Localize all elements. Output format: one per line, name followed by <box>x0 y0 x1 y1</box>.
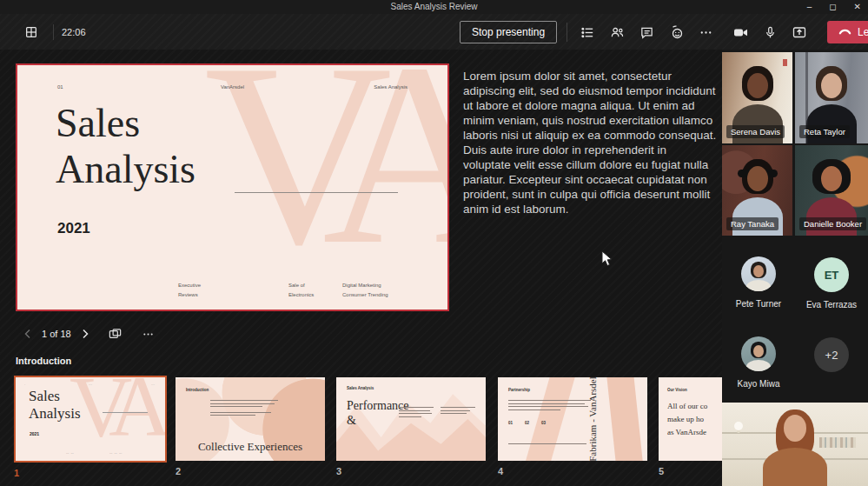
previous-slide-button[interactable] <box>19 323 36 344</box>
toolbar-divider <box>567 23 567 42</box>
mouse-cursor <box>601 250 613 270</box>
overflow-badge[interactable]: +2 <box>814 337 849 372</box>
hang-up-icon <box>838 26 851 38</box>
leave-button[interactable]: Leave <box>827 21 868 43</box>
participant-name-label: Kayo Miwa <box>722 379 795 389</box>
section-label: Introduction <box>16 356 71 366</box>
meeting-toolbar: 22:06 Stop presenting <box>0 14 868 50</box>
avatar[interactable] <box>741 256 776 291</box>
more-options-icon[interactable] <box>695 22 716 43</box>
maximize-button[interactable]: ◻ <box>829 0 836 14</box>
thumbnail-side-text: Fabrikam - VanArsdel <box>587 377 598 461</box>
slide-thumbnail-4[interactable]: Partnership 01 02 03 Fabrikam - VanArsde… <box>498 377 647 476</box>
slide-thumbnail-2[interactable]: Introduction Collective Experiences 2 <box>176 377 325 476</box>
meeting-timer: 22:06 <box>62 27 86 37</box>
slide-year: 2021 <box>57 220 90 237</box>
stop-presenting-button[interactable]: Stop presenting <box>460 21 557 43</box>
participant-silhouette <box>722 403 868 486</box>
slide-navigation: 1 of 18 <box>19 323 160 344</box>
participant-name-label: Eva Terrazas <box>795 300 868 310</box>
slide-thumbnail-5[interactable]: Our Vision All of our co make up ho as V… <box>659 377 723 476</box>
participant-name-label: Ray Tanaka <box>726 217 779 230</box>
participant-name-label: Pete Turner <box>722 299 795 309</box>
leave-button-label: Leave <box>858 26 868 38</box>
close-button[interactable]: ✕ <box>854 0 861 14</box>
slide-header-right: Sales Analysis <box>374 84 407 90</box>
participant-avatar-pete-turner[interactable]: Pete Turner <box>722 256 795 309</box>
avatar[interactable] <box>741 336 776 371</box>
thumbnail-preview[interactable]: Our Vision All of our co make up ho as V… <box>659 377 723 461</box>
next-slide-button[interactable] <box>76 323 94 344</box>
toolbar-divider <box>53 24 54 40</box>
slide-title: Sales Analysis <box>56 100 195 192</box>
thumbnail-preview[interactable]: Partnership 01 02 03 Fabrikam - VanArsde… <box>498 377 647 461</box>
thumbnail-number: 1 <box>14 468 167 478</box>
thumbnail-markers: 01 02 03 <box>508 421 546 425</box>
self-video-tile[interactable] <box>722 403 868 486</box>
video-tile-danielle-booker[interactable]: Danielle Booker <box>795 145 868 236</box>
thumbnail-number: 5 <box>659 466 723 476</box>
avatar-initials[interactable]: ET <box>814 257 849 292</box>
slide-watermark: VA <box>204 63 449 310</box>
window-title: Sales Analysis Review <box>0 2 868 11</box>
thumbnail-number: 2 <box>176 466 325 476</box>
camera-icon[interactable] <box>730 22 751 43</box>
participants-rail: Serena Davis Reta Taylor Ray Tanaka Dani… <box>722 50 868 486</box>
participant-name-label: Serena Davis <box>726 125 785 138</box>
thumbnail-body-text: All of our co make up ho as VanArsde <box>667 400 707 439</box>
participant-name-label: Danielle Booker <box>799 217 866 230</box>
slide-footer-col: Sale ofElectronics <box>288 281 314 300</box>
window-titlebar: Sales Analysis Review – ◻ ✕ <box>0 0 868 14</box>
thumbnail-title: Sales Analysis <box>29 388 81 423</box>
slide-rule <box>235 192 398 193</box>
slide-thumbnail-3[interactable]: Sales Analysis Performance & 3 <box>336 377 486 476</box>
thumbnail-preview[interactable]: Sales Analysis Performance & <box>336 377 486 461</box>
slide-position-indicator: 1 of 18 <box>42 329 71 339</box>
participant-name-label: Reta Taylor <box>799 125 850 138</box>
chat-icon[interactable] <box>636 22 657 43</box>
minimize-button[interactable]: – <box>807 0 812 14</box>
video-tile-ray-tanaka[interactable]: Ray Tanaka <box>722 145 792 236</box>
participant-avatar-kayo-miwa[interactable]: Kayo Miwa <box>722 336 795 389</box>
thumbnail-preview[interactable]: Introduction Collective Experiences <box>176 377 325 461</box>
participant-overflow-count[interactable]: +2 <box>795 337 868 372</box>
slide-footer-col: Digital MarketingConsumer Trending <box>342 281 388 300</box>
slide-notes-text: Lorem ipsum dolor sit amet, consectetur … <box>463 69 717 216</box>
slide-footer-col: ExecutiveReviews <box>178 281 201 300</box>
avatar-silhouette <box>741 256 776 291</box>
avatar-silhouette <box>741 336 776 371</box>
thumbnail-number: 4 <box>498 466 647 476</box>
slide-thumbnail-1[interactable]: VA ······· Sales Analysis 2021 ··· ··· ·… <box>14 376 167 478</box>
participant-avatar-eva-terrazas[interactable]: ET Eva Terrazas <box>795 257 868 310</box>
share-screen-icon[interactable] <box>789 22 810 43</box>
microphone-icon[interactable] <box>759 22 780 43</box>
meeting-notes-icon[interactable] <box>577 22 598 43</box>
thumbnail-number: 3 <box>336 466 486 476</box>
participants-icon[interactable] <box>606 22 627 43</box>
video-tile-serena-davis[interactable]: Serena Davis <box>722 52 792 143</box>
thumbnail-preview[interactable]: VA ······· Sales Analysis 2021 ··· ··· ·… <box>14 376 167 463</box>
grid-view-icon[interactable] <box>21 22 42 43</box>
presented-slide[interactable]: VA 01 VanArsdel Sales Analysis Sales Ana… <box>16 63 449 311</box>
presenter-view-icon[interactable] <box>104 323 127 344</box>
reactions-icon[interactable] <box>666 22 686 43</box>
more-slides-options-icon[interactable] <box>137 323 160 344</box>
video-tile-reta-taylor[interactable]: Reta Taylor <box>795 52 868 143</box>
